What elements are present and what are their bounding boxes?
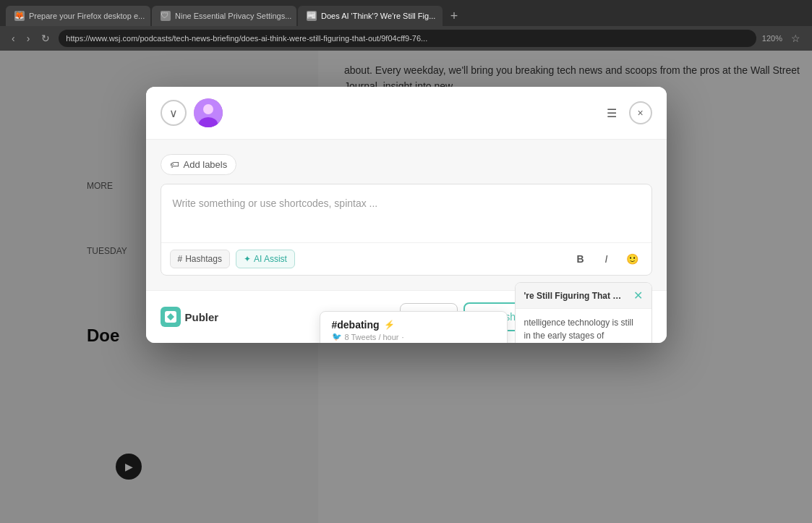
editor-textarea[interactable]: Write something or use shortcodes, spint…: [161, 184, 651, 242]
text-editor: Write something or use shortcodes, spint…: [161, 184, 652, 276]
chevron-down-button[interactable]: ∨: [161, 100, 187, 126]
modal-body: 🏷 Add labels Write something or use shor…: [146, 140, 667, 290]
modal-header-right: ☰ ×: [600, 101, 652, 124]
tab-2[interactable]: 🛡 Nine Essential Privacy Settings... ×: [152, 6, 296, 26]
labels-row: 🏷 Add labels: [161, 154, 652, 175]
hashtag-icon: #: [178, 254, 183, 264]
tab-favicon-3: 📰: [307, 11, 317, 21]
lightning-icon-debating: ⚡: [384, 320, 395, 330]
modal-overlay: ∨ ☰ ×: [0, 51, 812, 523]
tab-label-1: Prepare your Firefox desktop e...: [29, 12, 145, 20]
hashtag-meta-debating: 🐦 8 Tweets / hour ·: [332, 332, 495, 341]
hamburger-menu-button[interactable]: ☰: [600, 101, 623, 124]
zoom-label: 120%: [762, 34, 782, 43]
avatar-image: [194, 98, 223, 127]
bookmark-icon[interactable]: ☆: [788, 31, 803, 46]
url-text: https://www.wsj.com/podcasts/tech-news-b…: [66, 34, 427, 43]
avatar-svg: [194, 98, 223, 127]
tab-3[interactable]: 📰 Does AI 'Think'? We're Still Fig... ×: [298, 6, 443, 26]
close-icon: ×: [637, 107, 643, 119]
article-card-body: ntelligence technology is still in the e…: [516, 309, 651, 343]
address-bar: ‹ › ↻ https://www.wsj.com/podcasts/tech-…: [0, 26, 812, 51]
avatar: [194, 98, 223, 127]
hamburger-icon: ☰: [607, 106, 617, 120]
footer-left: Publer: [161, 307, 219, 327]
publer-icon: [161, 307, 181, 327]
back-button[interactable]: ‹: [9, 31, 18, 46]
modal-dialog: ∨ ☰ ×: [146, 87, 667, 343]
editor-placeholder: Write something or use shortcodes, spint…: [173, 197, 378, 209]
label-icon: 🏷: [170, 159, 179, 170]
tab-favicon-1: 🦊: [14, 11, 25, 21]
modal-close-button[interactable]: ×: [629, 101, 652, 124]
publer-logo: Publer: [161, 307, 219, 327]
hashtag-item-debating[interactable]: #debating ⚡ 🐦 8 Tweets / hour ·: [320, 312, 507, 343]
add-labels-text: Add labels: [184, 159, 228, 170]
tab-favicon-2: 🛡: [161, 11, 171, 21]
tab-label-2: Nine Essential Privacy Settings...: [175, 12, 291, 20]
ai-icon: ✦: [244, 254, 251, 264]
tab-1[interactable]: 🦊 Prepare your Firefox desktop e... ×: [6, 6, 150, 26]
editor-toolbar: # Hashtags ✦ AI Assist B I 🙂: [161, 242, 651, 275]
tweet-icon-debating: 🐦: [332, 332, 342, 341]
italic-button[interactable]: I: [597, 249, 617, 269]
modal-header: ∨ ☰ ×: [146, 87, 667, 140]
tab-label-3: Does AI 'Think'? We're Still Fig...: [321, 12, 435, 20]
publer-logo-svg: [164, 310, 177, 323]
browser-chrome: 🦊 Prepare your Firefox desktop e... × 🛡 …: [0, 0, 812, 51]
article-card-close-button[interactable]: ✕: [633, 289, 643, 302]
emoji-button[interactable]: 🙂: [623, 249, 643, 269]
chevron-down-icon: ∨: [169, 106, 178, 120]
hashtag-name-debating: #debating ⚡: [332, 319, 495, 331]
svg-point-1: [203, 104, 213, 114]
hashtag-dropdown: #debating ⚡ 🐦 8 Tweets / hour · #approac…: [320, 311, 508, 343]
add-labels-button[interactable]: 🏷 Add labels: [161, 154, 237, 175]
hashtags-button[interactable]: # Hashtags: [170, 250, 230, 268]
toolbar-left: # Hashtags ✦ AI Assist: [170, 250, 295, 268]
refresh-button[interactable]: ↻: [38, 31, 53, 46]
new-tab-button[interactable]: +: [444, 6, 464, 26]
article-card-header: 're Still Figuring That Out - Tech News …: [516, 283, 651, 309]
hashtags-label: Hashtags: [185, 254, 222, 264]
article-card-title: 're Still Figuring That Out - Tech News …: [524, 291, 628, 301]
ai-assist-button[interactable]: ✦ AI Assist: [236, 250, 295, 268]
ai-assist-label: AI Assist: [254, 254, 287, 264]
toolbar-right: B I 🙂: [570, 249, 643, 269]
tab-bar: 🦊 Prepare your Firefox desktop e... × 🛡 …: [0, 0, 812, 26]
article-card: 're Still Figuring That Out - Tech News …: [515, 282, 652, 343]
modal-header-left: ∨: [161, 98, 223, 127]
publer-text: Publer: [185, 311, 219, 323]
url-field[interactable]: https://www.wsj.com/podcasts/tech-news-b…: [59, 30, 756, 47]
bold-button[interactable]: B: [570, 249, 591, 269]
forward-button[interactable]: ›: [24, 31, 33, 46]
